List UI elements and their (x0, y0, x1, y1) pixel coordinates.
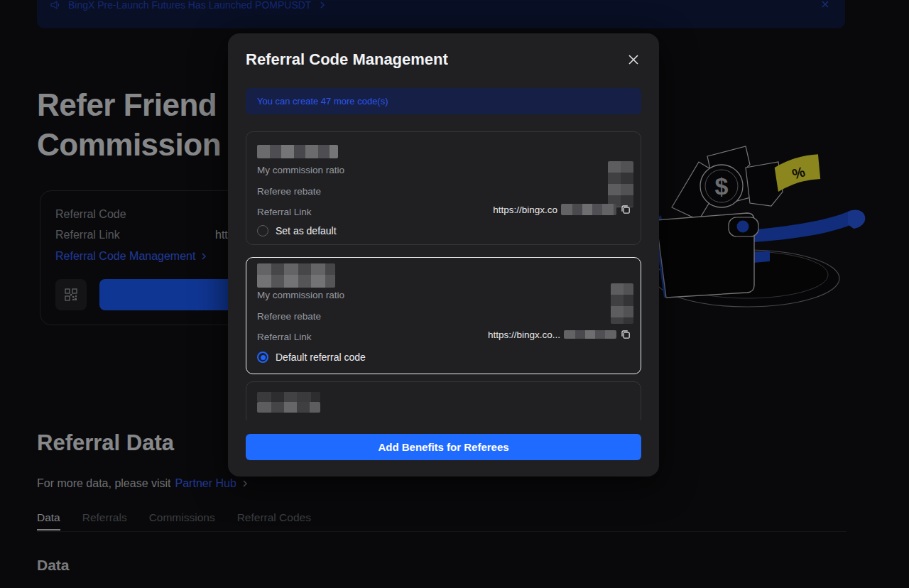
default-code-radio-row[interactable]: Default referral code (257, 352, 366, 363)
close-icon (626, 53, 641, 67)
blurred-values (608, 161, 633, 207)
blurred-referral-code (257, 145, 338, 158)
radio-unchecked-icon[interactable] (257, 225, 268, 236)
codes-remaining-notice: You can create 47 more code(s) (246, 88, 641, 114)
commission-ratio-label: My commission ratio (257, 165, 344, 175)
copy-icon[interactable] (620, 329, 631, 340)
add-benefits-button[interactable]: Add Benefits for Referees (246, 434, 641, 460)
codes-remaining-text: You can create 47 more code(s) (257, 96, 388, 107)
commission-ratio-label: My commission ratio (257, 290, 344, 300)
blurred-referral-code (257, 263, 335, 288)
referral-link-value: https://bingx.co (493, 205, 557, 215)
referral-link-label: Referral Link (257, 332, 312, 342)
copy-icon[interactable] (620, 204, 631, 215)
referee-rebate-label: Referee rebate (257, 186, 321, 197)
blurred-link-suffix (564, 330, 616, 339)
set-default-radio-row[interactable]: Set as default (257, 225, 337, 236)
blurred-referral-code (257, 402, 320, 413)
referral-code-card-partial[interactable] (246, 381, 641, 420)
referral-link-label: Referral Link (257, 207, 312, 217)
set-default-label: Set as default (276, 225, 337, 236)
referral-link-value: https://bingx.co... (488, 330, 560, 340)
referral-link-row: https://bingx.co (493, 204, 631, 215)
modal-close-button[interactable] (625, 52, 642, 69)
default-code-label: Default referral code (276, 352, 366, 363)
referral-codes-list[interactable]: My commission ratio Referee rebate Refer… (246, 131, 641, 420)
referee-rebate-label: Referee rebate (257, 311, 321, 322)
radio-checked-icon[interactable] (257, 352, 268, 363)
referral-code-management-modal: Referral Code Management You can create … (228, 33, 659, 477)
referral-code-card[interactable]: My commission ratio Referee rebate Refer… (246, 131, 641, 245)
blurred-link-suffix (561, 204, 616, 215)
referral-code-card-selected[interactable]: My commission ratio Referee rebate Refer… (246, 257, 641, 374)
blurred-referral-code (257, 392, 320, 402)
blurred-values (611, 283, 633, 324)
modal-title: Referral Code Management (246, 50, 448, 69)
referral-link-row: https://bingx.co... (488, 329, 631, 340)
